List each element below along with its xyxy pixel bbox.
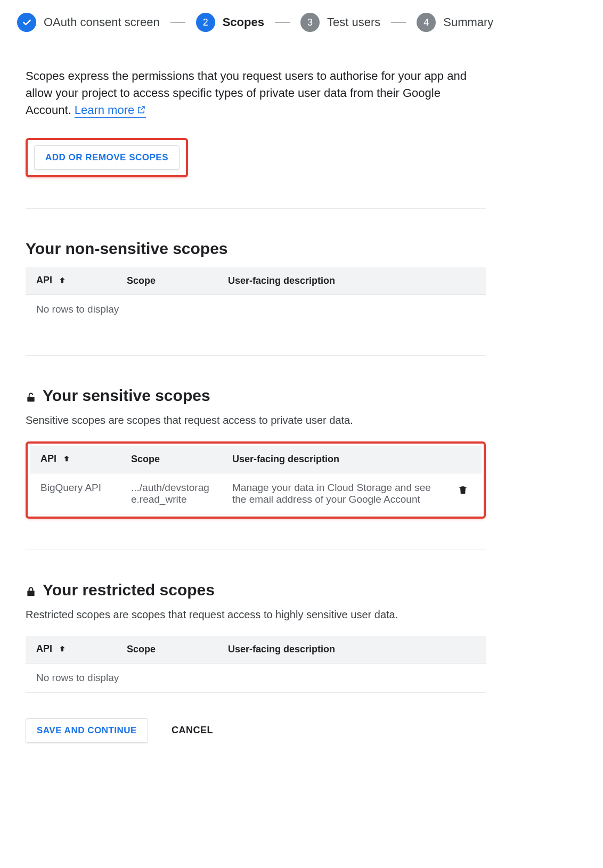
delete-scope-button[interactable] — [455, 482, 470, 499]
col-header-api[interactable]: API — [30, 446, 120, 473]
empty-msg: No rows to display — [26, 294, 486, 324]
empty-row: No rows to display — [26, 294, 486, 324]
cell-actions — [444, 473, 482, 514]
cell-desc: Manage your data in Cloud Storage and se… — [222, 473, 444, 514]
sensitive-title-text: Your sensitive scopes — [43, 387, 210, 405]
col-header-desc[interactable]: User-facing description — [217, 267, 486, 295]
section-sensitive: Your sensitive scopes Sensitive scopes a… — [26, 355, 486, 519]
cancel-button[interactable]: CANCEL — [161, 718, 224, 742]
restricted-title-text: Your restricted scopes — [43, 581, 215, 599]
step-label: Scopes — [223, 15, 264, 29]
empty-row: No rows to display — [26, 663, 486, 692]
wizard-stepper: OAuth consent screen 2 Scopes 3 Test use… — [0, 0, 603, 45]
check-icon — [17, 13, 36, 32]
step-number-icon: 4 — [417, 13, 436, 32]
main-content: Scopes express the permissions that you … — [0, 45, 511, 764]
arrow-up-icon — [62, 454, 71, 465]
col-header-api[interactable]: API — [26, 267, 116, 295]
step-divider — [275, 22, 290, 23]
col-header-scope[interactable]: Scope — [116, 267, 217, 295]
step-label: Summary — [443, 15, 493, 29]
step-number-icon: 2 — [196, 13, 215, 32]
restricted-sub: Restricted scopes are scopes that reques… — [26, 609, 486, 621]
section-restricted: Your restricted scopes Restricted scopes… — [26, 550, 486, 693]
save-continue-button[interactable]: SAVE AND CONTINUE — [26, 718, 148, 743]
step-scopes[interactable]: 2 Scopes — [196, 13, 264, 32]
restricted-table: API Scope User-facing description No row… — [26, 636, 486, 693]
lock-open-icon — [26, 389, 36, 402]
learn-more-link[interactable]: Learn more — [75, 103, 146, 118]
step-oauth-consent[interactable]: OAuth consent screen — [17, 13, 160, 32]
step-test-users[interactable]: 3 Test users — [300, 13, 380, 32]
empty-msg: No rows to display — [26, 663, 486, 692]
step-label: OAuth consent screen — [44, 15, 160, 29]
svg-rect-1 — [27, 591, 34, 596]
external-link-icon — [136, 102, 146, 112]
restricted-heading: Your restricted scopes — [26, 581, 486, 599]
step-divider — [391, 22, 406, 23]
highlight-sensitive-table: API Scope User-facing description BigQue… — [26, 441, 486, 519]
svg-rect-0 — [27, 397, 34, 402]
table-row: BigQuery API .../auth/devstorage.read_wr… — [30, 473, 482, 514]
sensitive-table: API Scope User-facing description BigQue… — [30, 446, 482, 514]
step-number-icon: 3 — [300, 13, 320, 32]
col-header-actions — [444, 446, 482, 473]
step-divider — [170, 22, 185, 23]
arrow-up-icon — [58, 644, 67, 656]
col-header-api[interactable]: API — [26, 636, 116, 664]
learn-more-label: Learn more — [75, 103, 135, 117]
col-header-label: API — [36, 643, 52, 654]
col-header-label: API — [36, 275, 52, 285]
sensitive-heading: Your sensitive scopes — [26, 387, 486, 405]
non-sensitive-table: API Scope User-facing description No row… — [26, 267, 486, 324]
step-summary[interactable]: 4 Summary — [417, 13, 493, 32]
section-non-sensitive: Your non-sensitive scopes API Scope User… — [26, 208, 486, 324]
cell-scope: .../auth/devstorage.read_write — [120, 473, 222, 514]
col-header-scope[interactable]: Scope — [116, 636, 217, 664]
col-header-desc[interactable]: User-facing description — [222, 446, 444, 473]
step-label: Test users — [327, 15, 380, 29]
col-header-desc[interactable]: User-facing description — [217, 636, 486, 664]
cell-api: BigQuery API — [30, 473, 120, 514]
col-header-label: API — [40, 453, 56, 464]
footer-actions: SAVE AND CONTINUE CANCEL — [26, 718, 486, 743]
highlight-add-remove: ADD OR REMOVE SCOPES — [26, 138, 188, 177]
col-header-scope[interactable]: Scope — [120, 446, 222, 473]
intro-text: Scopes express the permissions that you … — [26, 68, 486, 119]
trash-icon — [458, 489, 468, 497]
lock-closed-icon — [26, 584, 36, 596]
non-sensitive-heading: Your non-sensitive scopes — [26, 240, 486, 258]
sensitive-sub: Sensitive scopes are scopes that request… — [26, 414, 486, 427]
add-remove-scopes-button[interactable]: ADD OR REMOVE SCOPES — [34, 145, 180, 170]
arrow-up-icon — [58, 276, 67, 287]
